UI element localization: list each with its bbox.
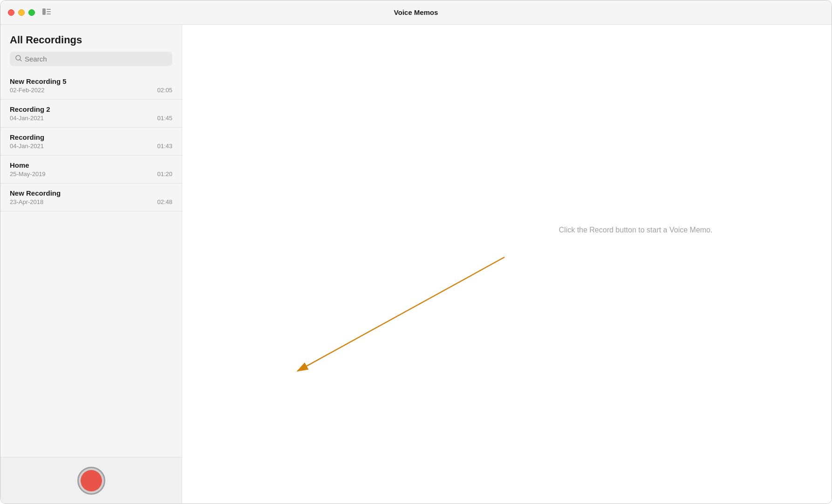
svg-rect-0 <box>42 8 46 15</box>
recording-name: New Recording 5 <box>10 77 67 85</box>
detail-placeholder: Click the Record button to start a Voice… <box>559 226 713 234</box>
list-item[interactable]: New Recording 5 02-Feb-2022 02:05 <box>0 72 182 100</box>
list-item[interactable]: Recording 2 04-Jan-2021 01:45 <box>0 100 182 128</box>
recording-name: Home <box>10 161 29 169</box>
minimize-button[interactable] <box>18 9 25 16</box>
recording-duration: 01:20 <box>157 170 172 177</box>
close-button[interactable] <box>8 9 14 16</box>
sidebar-header: All Recordings <box>0 25 182 72</box>
list-item[interactable]: Home 25-May-2019 01:20 <box>0 156 182 184</box>
maximize-button[interactable] <box>28 9 35 16</box>
recording-name: Recording <box>10 133 44 141</box>
recording-duration: 02:48 <box>157 198 172 205</box>
record-button-wrapper <box>77 467 105 495</box>
svg-rect-3 <box>47 14 51 14</box>
recording-duration: 01:45 <box>157 115 172 122</box>
recording-date: 23-Apr-2018 <box>10 198 43 205</box>
annotation-arrow <box>182 25 832 504</box>
recording-date: 25-May-2019 <box>10 170 46 177</box>
record-button[interactable] <box>77 467 105 495</box>
recording-name: New Recording <box>10 189 61 197</box>
recording-duration: 01:43 <box>157 143 172 150</box>
search-input[interactable] <box>25 55 167 63</box>
sidebar-title: All Recordings <box>10 34 172 46</box>
sidebar-bottom <box>0 457 182 504</box>
recording-date: 02-Feb-2022 <box>10 87 44 94</box>
recording-name: Recording 2 <box>10 105 50 113</box>
record-button-inner <box>81 470 102 491</box>
window-title: Voice Memos <box>394 8 438 16</box>
recordings-list: New Recording 5 02-Feb-2022 02:05 Record… <box>0 72 182 457</box>
sidebar-toggle-button[interactable] <box>42 8 51 17</box>
list-item[interactable]: New Recording 23-Apr-2018 02:48 <box>0 184 182 211</box>
search-icon <box>15 55 22 63</box>
recording-duration: 02:05 <box>157 87 172 94</box>
detail-area: Click the Record button to start a Voice… <box>182 25 832 504</box>
app-window: Voice Memos All Recordings <box>0 0 832 504</box>
titlebar: Voice Memos <box>0 0 832 25</box>
recording-date: 04-Jan-2021 <box>10 115 44 122</box>
sidebar: All Recordings New Recording 5 <box>0 25 182 504</box>
svg-rect-1 <box>47 9 51 10</box>
search-bar[interactable] <box>10 52 172 66</box>
svg-line-7 <box>298 257 505 371</box>
svg-rect-2 <box>47 11 51 12</box>
main-content: All Recordings New Recording 5 <box>0 25 832 504</box>
svg-line-5 <box>20 60 21 61</box>
traffic-lights <box>8 9 35 16</box>
recording-date: 04-Jan-2021 <box>10 143 44 150</box>
list-item[interactable]: Recording 04-Jan-2021 01:43 <box>0 128 182 156</box>
